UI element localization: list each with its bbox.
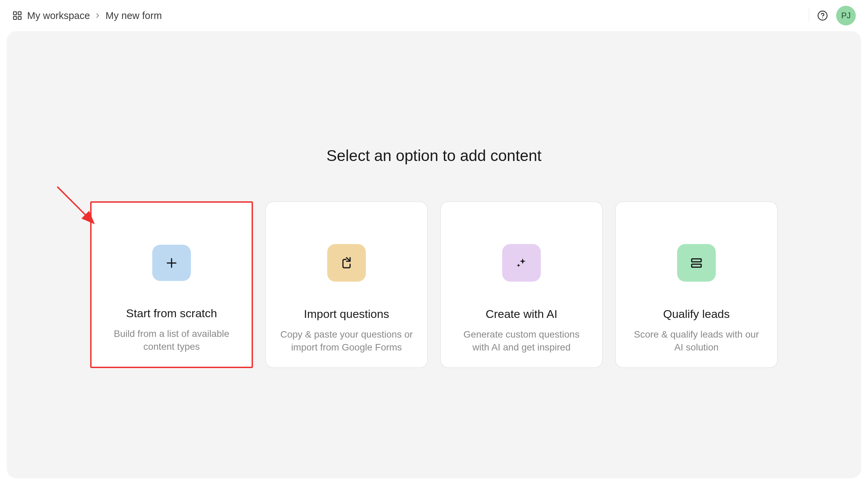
- divider: [809, 9, 809, 22]
- svg-rect-10: [692, 259, 701, 262]
- svg-rect-0: [14, 12, 17, 15]
- option-import-questions[interactable]: Import questions Copy & paste your quest…: [265, 201, 428, 368]
- app-header: My workspace My new form PJ: [0, 0, 868, 31]
- chevron-right-icon: [94, 12, 101, 19]
- plus-icon: [152, 245, 191, 281]
- option-qualify-leads[interactable]: Qualify leads Score & qualify leads with…: [615, 201, 778, 368]
- avatar[interactable]: PJ: [836, 6, 856, 25]
- option-title: Qualify leads: [663, 307, 730, 321]
- breadcrumb-root[interactable]: My workspace: [27, 10, 90, 21]
- option-create-with-ai[interactable]: Create with AI Generate custom questions…: [440, 201, 603, 368]
- option-title: Create with AI: [486, 307, 557, 321]
- option-desc: Build from a list of available content t…: [105, 327, 238, 353]
- option-title: Import questions: [304, 307, 389, 321]
- workspace-grid-icon[interactable]: [12, 11, 22, 21]
- option-desc: Copy & paste your questions or import fr…: [279, 328, 414, 354]
- help-icon[interactable]: [817, 10, 828, 21]
- import-icon: [327, 244, 366, 282]
- svg-line-7: [57, 187, 93, 222]
- main-canvas: Select an option to add content Start fr…: [7, 31, 861, 478]
- option-title: Start from scratch: [126, 307, 217, 320]
- header-actions: PJ: [809, 6, 856, 25]
- page-title: Select an option to add content: [327, 146, 541, 165]
- list-icon: [677, 244, 716, 282]
- option-start-from-scratch[interactable]: Start from scratch Build from a list of …: [90, 201, 253, 368]
- sparkle-icon: [502, 244, 541, 282]
- svg-rect-2: [14, 17, 17, 20]
- options-grid: Start from scratch Build from a list of …: [90, 201, 778, 368]
- svg-rect-11: [692, 264, 701, 267]
- option-desc: Score & qualify leads with our AI soluti…: [629, 328, 764, 354]
- breadcrumb: My workspace My new form: [12, 10, 162, 21]
- svg-rect-1: [18, 12, 21, 15]
- svg-rect-3: [18, 17, 21, 20]
- breadcrumb-current[interactable]: My new form: [105, 10, 162, 21]
- option-desc: Generate custom questions with AI and ge…: [454, 328, 589, 354]
